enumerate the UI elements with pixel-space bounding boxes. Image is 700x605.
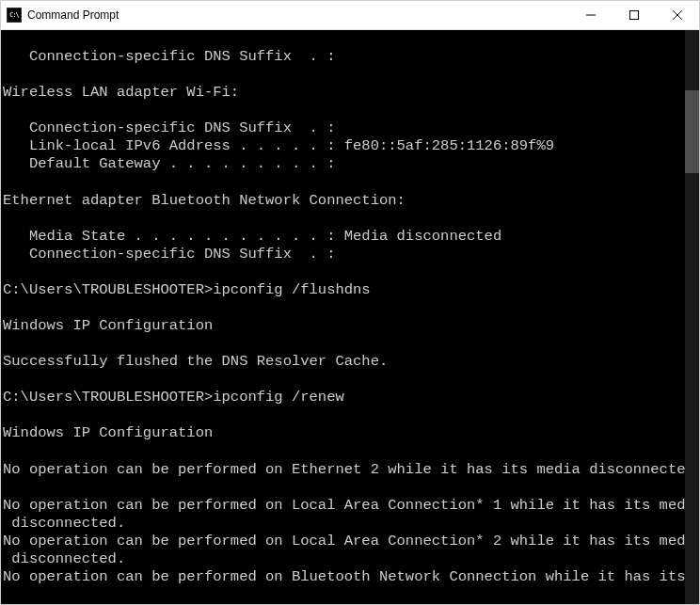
close-button[interactable] — [656, 1, 699, 29]
terminal-output[interactable]: Connection-specific DNS Suffix . : Wirel… — [1, 30, 699, 604]
titlebar[interactable]: C:\ Command Prompt — [1, 1, 699, 30]
terminal-container: Connection-specific DNS Suffix . : Wirel… — [1, 30, 699, 604]
app-icon: C:\ — [7, 8, 22, 23]
scroll-thumb[interactable] — [685, 90, 699, 173]
command-prompt-window: C:\ Command Prompt Connection-specific D… — [0, 0, 700, 605]
minimize-button[interactable] — [569, 1, 612, 29]
scrollbar[interactable] — [685, 30, 699, 604]
minimize-icon — [586, 10, 596, 20]
window-controls — [569, 1, 699, 29]
maximize-button[interactable] — [612, 1, 656, 29]
close-icon — [673, 10, 682, 20]
window-title: Command Prompt — [27, 8, 569, 22]
svg-rect-1 — [630, 11, 639, 20]
maximize-icon — [629, 10, 639, 20]
